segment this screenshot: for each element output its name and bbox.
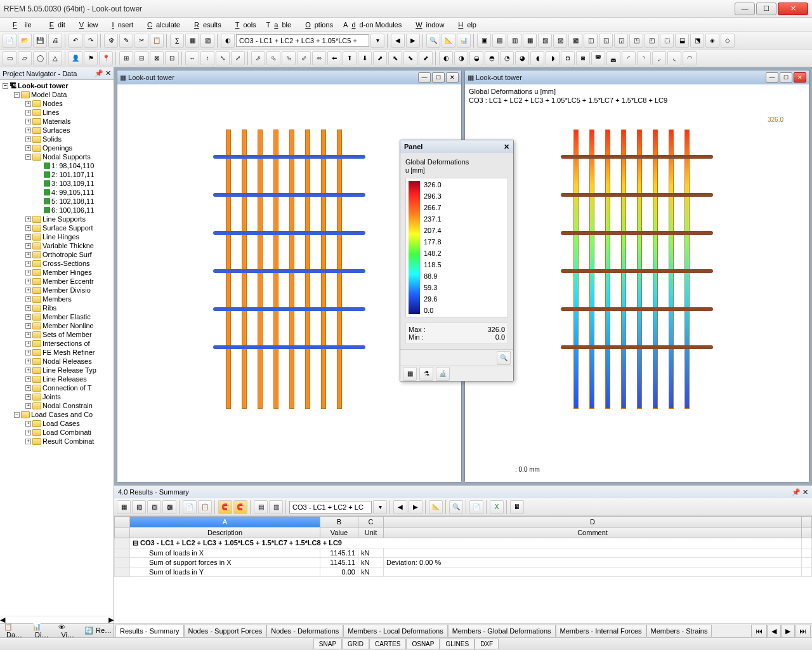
menu-help[interactable]: Help	[450, 20, 480, 30]
table-row[interactable]: Sum of loads in Y0.00kN	[115, 567, 812, 577]
tree-item[interactable]: +Line Supports	[1, 215, 112, 223]
results-tab[interactable]: Results - Summary	[115, 625, 184, 637]
tool-icon[interactable]: ⚑	[84, 51, 98, 65]
tool-icon[interactable]: ⬓	[675, 34, 689, 48]
tree-item[interactable]: +Line Hinges	[1, 232, 112, 241]
tree-item[interactable]: +Cross-Sections	[1, 259, 112, 268]
tree-item[interactable]: 3: 103,109,11	[1, 179, 112, 188]
tool-icon[interactable]: ◫	[584, 34, 598, 48]
menu-addon-modules[interactable]: Add-on Modules	[339, 20, 405, 30]
tool-icon[interactable]: ◛	[606, 51, 620, 65]
results-tab[interactable]: Nodes - Deformations	[266, 625, 343, 637]
tool-icon[interactable]: 📋	[198, 500, 212, 514]
tool-icon[interactable]: 📊	[457, 34, 471, 48]
menu-insert[interactable]: Insert	[105, 20, 138, 30]
tool-icon[interactable]: ⊟	[134, 51, 148, 65]
next-icon[interactable]: ▶	[409, 500, 422, 514]
legend-tab-icon[interactable]: 🔬	[436, 367, 450, 381]
save-icon[interactable]: 💾	[33, 34, 47, 48]
tool-icon[interactable]: ⬃	[297, 51, 311, 65]
tool-icon[interactable]: ▨	[553, 34, 567, 48]
tool-icon[interactable]: ⬉	[388, 51, 402, 65]
mdi-maximize-icon[interactable]: ☐	[780, 72, 792, 83]
nav-tab-data[interactable]: 📋Da…	[1, 621, 27, 640]
table-row[interactable]: Sum of support forces in X1145.11kNDevia…	[115, 558, 812, 567]
tree-item[interactable]: +Members	[1, 295, 112, 303]
tree-item[interactable]: +Member Divisio	[1, 286, 112, 295]
tool-icon[interactable]: ⬚	[660, 34, 674, 48]
tool-icon[interactable]: ◱	[599, 34, 613, 48]
prev-icon[interactable]: ◀	[391, 34, 405, 48]
mdi-close-icon[interactable]: ✕	[794, 72, 806, 83]
tool-icon[interactable]: ◲	[614, 34, 628, 48]
tree-item[interactable]: +Ribs	[1, 303, 112, 312]
calc-icon[interactable]: ∑	[170, 34, 184, 48]
tree-item[interactable]: +Nodal Constrain	[1, 401, 112, 410]
tool-icon[interactable]: △	[48, 51, 62, 65]
nav-tab-results[interactable]: 🔄Re…	[82, 625, 117, 636]
tool-icon[interactable]: ◐	[439, 51, 453, 65]
tree-item[interactable]: +Materials	[1, 117, 112, 126]
tool-icon[interactable]: 👤	[69, 51, 82, 65]
menu-file[interactable]: File	[5, 20, 39, 30]
col-letter-b[interactable]: B	[320, 517, 358, 527]
tool-icon[interactable]: ⬈	[373, 51, 387, 65]
tree-item[interactable]: +Openings	[1, 143, 112, 152]
tool-icon[interactable]: ⬔	[690, 34, 704, 48]
tool-icon[interactable]: ▦	[185, 34, 199, 48]
menu-edit[interactable]: Edit	[42, 20, 69, 30]
tool-icon[interactable]: ◖	[530, 51, 544, 65]
loadcase-combo[interactable]: CO3 - LC1 + LC2 + LC3 + 1.05*LC5 +	[236, 34, 369, 47]
status-dxf[interactable]: DXF	[475, 639, 499, 649]
tool-icon[interactable]: ▭	[3, 51, 16, 65]
tool-icon[interactable]: ◕	[515, 51, 529, 65]
tool-icon[interactable]: 🧲	[218, 500, 232, 514]
tree-item[interactable]: +FE Mesh Refiner	[1, 348, 112, 357]
tree-item[interactable]: +Intersections of	[1, 339, 112, 348]
undo-icon[interactable]: ↶	[69, 34, 82, 48]
tool-icon[interactable]: 📄	[469, 500, 483, 514]
close-button[interactable]: ✕	[778, 3, 808, 15]
status-osnap[interactable]: OSNAP	[406, 639, 440, 649]
results-tab[interactable]: Members - Local Deformations	[343, 625, 447, 637]
tree-item[interactable]: 1: 98,104,110	[1, 161, 112, 170]
tool-icon[interactable]: ⊞	[119, 51, 133, 65]
tab-scroll-first-icon[interactable]: ⏮	[751, 625, 767, 637]
pin-icon[interactable]: 📌 ✕	[792, 488, 808, 496]
tool-icon[interactable]: ▩	[162, 500, 176, 514]
tab-scroll-next-icon[interactable]: ▶	[781, 625, 795, 637]
results-table[interactable]: A B C D Description Value Unit Comment	[114, 516, 812, 623]
tool-icon[interactable]: ▧	[132, 500, 146, 514]
tree-item[interactable]: +Orthotropic Surf	[1, 250, 112, 259]
menu-window[interactable]: Window	[408, 20, 448, 30]
results-tab[interactable]: Members - Strains	[646, 625, 712, 637]
menu-tools[interactable]: Tools	[228, 20, 260, 30]
menu-options[interactable]: Options	[298, 20, 337, 30]
results-tab[interactable]: Nodes - Support Forces	[184, 625, 267, 637]
tool-icon[interactable]: ⊡	[165, 51, 179, 65]
chevron-down-icon[interactable]: ▾	[373, 500, 387, 514]
tool-icon[interactable]: ⊠	[150, 51, 164, 65]
status-snap[interactable]: SNAP	[313, 639, 342, 649]
tool-icon[interactable]: ⬋	[419, 51, 433, 65]
tool-icon[interactable]: ▦	[117, 500, 131, 514]
tree-item[interactable]: +Member Elastic	[1, 312, 112, 321]
menu-calculate[interactable]: Calculate	[140, 20, 184, 30]
tool-icon[interactable]: ⬆	[343, 51, 357, 65]
tree-item[interactable]: 2: 101,107,11	[1, 170, 112, 179]
tool-icon[interactable]: ◝	[637, 51, 651, 65]
tree-item[interactable]: +Member Hinges	[1, 268, 112, 277]
tab-scroll-last-icon[interactable]: ⏭	[795, 625, 811, 637]
tool-icon[interactable]: ◜	[622, 51, 636, 65]
tool-icon[interactable]: ◘	[561, 51, 575, 65]
tool-icon[interactable]: ◚	[591, 51, 605, 65]
tool-icon[interactable]: ↕	[200, 51, 214, 65]
tree-item[interactable]: +Load Combinati	[1, 428, 112, 437]
tool-icon[interactable]: 📍	[99, 51, 113, 65]
tool-icon[interactable]: 🧲	[233, 500, 247, 514]
navigator-tree[interactable]: −🏗Look-out tower −Model Data +Nodes+Line…	[0, 80, 114, 616]
tool-icon[interactable]: ▥	[269, 500, 283, 514]
tree-item[interactable]: +Sets of Member	[1, 330, 112, 339]
tree-item[interactable]: +Surfaces	[1, 126, 112, 135]
tool-icon[interactable]: ◯	[33, 51, 47, 65]
